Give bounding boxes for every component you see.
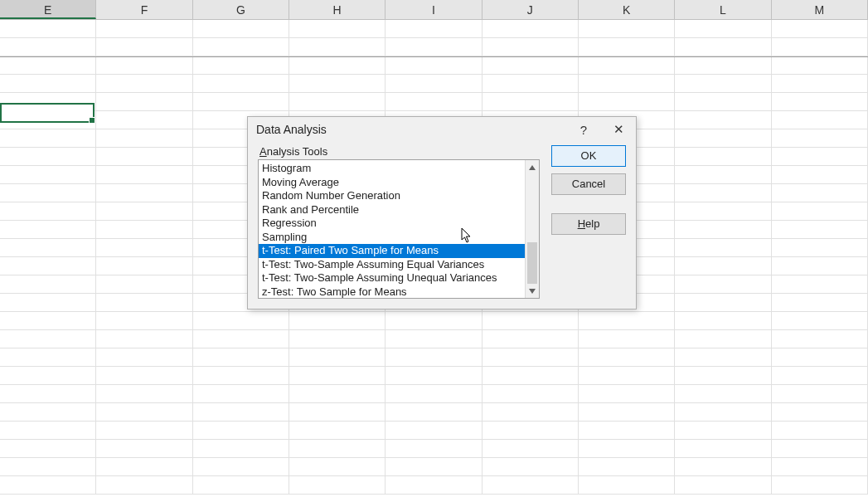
grid-cell[interactable] bbox=[96, 458, 192, 476]
grid-cell[interactable] bbox=[675, 75, 771, 93]
grid-cell[interactable] bbox=[96, 367, 192, 385]
grid-cell[interactable] bbox=[0, 403, 96, 422]
grid-cell[interactable] bbox=[482, 385, 579, 403]
list-item[interactable]: Moving Average bbox=[259, 176, 525, 190]
grid-cell[interactable] bbox=[0, 38, 96, 56]
analysis-tools-listbox[interactable]: HistogramMoving AverageRandom Number Gen… bbox=[258, 159, 540, 299]
grid-cell[interactable] bbox=[482, 38, 579, 56]
grid-cell[interactable] bbox=[96, 239, 192, 257]
grid-cell[interactable] bbox=[772, 129, 868, 148]
grid-cell[interactable] bbox=[0, 330, 96, 348]
grid-cell[interactable] bbox=[482, 458, 579, 476]
grid-cell[interactable] bbox=[96, 294, 192, 312]
grid-cell[interactable] bbox=[289, 330, 386, 348]
grid-cell[interactable] bbox=[579, 422, 675, 440]
grid-cell[interactable] bbox=[96, 257, 192, 275]
grid-cell[interactable] bbox=[579, 348, 675, 367]
grid-cell[interactable] bbox=[0, 129, 96, 148]
scroll-down-icon[interactable] bbox=[526, 284, 539, 298]
grid-cell[interactable] bbox=[386, 440, 482, 458]
column-header-F[interactable]: F bbox=[96, 0, 192, 19]
grid-cell[interactable] bbox=[96, 148, 192, 166]
grid-cell[interactable] bbox=[675, 257, 771, 275]
grid-cell[interactable] bbox=[579, 385, 675, 403]
grid-cell[interactable] bbox=[386, 312, 482, 330]
column-header-G[interactable]: G bbox=[193, 0, 289, 19]
grid-cell[interactable] bbox=[96, 221, 192, 239]
grid-cell[interactable] bbox=[96, 129, 192, 148]
column-header-I[interactable]: I bbox=[386, 0, 482, 19]
grid-cell[interactable] bbox=[289, 20, 386, 38]
grid-cell[interactable] bbox=[289, 367, 386, 385]
grid-cell[interactable] bbox=[193, 38, 289, 56]
grid-cell[interactable] bbox=[0, 93, 96, 111]
grid-cell[interactable] bbox=[289, 422, 386, 440]
grid-cell[interactable] bbox=[0, 294, 96, 312]
grid-cell[interactable] bbox=[772, 184, 868, 202]
grid-cell[interactable] bbox=[772, 20, 868, 38]
grid-cell[interactable] bbox=[289, 458, 386, 476]
grid-cell[interactable] bbox=[772, 422, 868, 440]
grid-cell[interactable] bbox=[193, 312, 289, 330]
grid-cell[interactable] bbox=[193, 385, 289, 403]
grid-cell[interactable] bbox=[772, 367, 868, 385]
grid-cell[interactable] bbox=[675, 385, 771, 403]
grid-cell[interactable] bbox=[482, 403, 579, 422]
grid-cell[interactable] bbox=[675, 422, 771, 440]
grid-cell[interactable] bbox=[0, 367, 96, 385]
listbox-scrollbar[interactable] bbox=[525, 160, 539, 298]
column-header-J[interactable]: J bbox=[482, 0, 579, 19]
grid-cell[interactable] bbox=[96, 75, 192, 93]
grid-cell[interactable] bbox=[386, 458, 482, 476]
list-item[interactable]: Sampling bbox=[259, 231, 525, 245]
grid-cell[interactable] bbox=[193, 75, 289, 93]
list-item[interactable]: t-Test: Paired Two Sample for Means bbox=[259, 244, 525, 258]
grid-cell[interactable] bbox=[96, 476, 192, 495]
grid-cell[interactable] bbox=[386, 476, 482, 495]
grid-cell[interactable] bbox=[675, 476, 771, 495]
grid-cell[interactable] bbox=[482, 93, 579, 111]
grid-cell[interactable] bbox=[289, 38, 386, 56]
grid-cell[interactable] bbox=[193, 348, 289, 367]
grid-cell[interactable] bbox=[0, 476, 96, 495]
grid-cell[interactable] bbox=[675, 202, 771, 221]
grid-cell[interactable] bbox=[386, 93, 482, 111]
grid-cell[interactable] bbox=[772, 239, 868, 257]
grid-cell[interactable] bbox=[482, 476, 579, 495]
grid-cell[interactable] bbox=[96, 184, 192, 202]
column-header-L[interactable]: L bbox=[675, 0, 771, 19]
grid-cell[interactable] bbox=[0, 56, 96, 75]
grid-cell[interactable] bbox=[289, 440, 386, 458]
grid-cell[interactable] bbox=[772, 257, 868, 275]
grid-cell[interactable] bbox=[96, 312, 192, 330]
grid-cell[interactable] bbox=[193, 56, 289, 75]
grid-cell[interactable] bbox=[0, 221, 96, 239]
grid-cell[interactable] bbox=[193, 422, 289, 440]
grid-cell[interactable] bbox=[675, 166, 771, 184]
grid-cell[interactable] bbox=[96, 440, 192, 458]
grid-cell[interactable] bbox=[772, 330, 868, 348]
grid-cell[interactable] bbox=[96, 20, 192, 38]
grid-cell[interactable] bbox=[0, 202, 96, 221]
list-item[interactable]: t-Test: Two-Sample Assuming Unequal Vari… bbox=[259, 271, 525, 285]
grid-cell[interactable] bbox=[0, 239, 96, 257]
grid-cell[interactable] bbox=[0, 275, 96, 294]
grid-cell[interactable] bbox=[675, 38, 771, 56]
grid-cell[interactable] bbox=[0, 348, 96, 367]
grid-cell[interactable] bbox=[675, 184, 771, 202]
grid-cell[interactable] bbox=[0, 111, 96, 129]
grid-cell[interactable] bbox=[96, 93, 192, 111]
grid-cell[interactable] bbox=[96, 275, 192, 294]
column-header-E[interactable]: E bbox=[0, 0, 96, 19]
help-button[interactable]: Help bbox=[551, 213, 626, 235]
list-item[interactable]: z-Test: Two Sample for Means bbox=[259, 285, 525, 299]
grid-cell[interactable] bbox=[772, 166, 868, 184]
grid-cell[interactable] bbox=[482, 56, 579, 75]
grid-cell[interactable] bbox=[675, 348, 771, 367]
grid-cell[interactable] bbox=[675, 111, 771, 129]
list-item[interactable]: Random Number Generation bbox=[259, 189, 525, 203]
grid-cell[interactable] bbox=[675, 239, 771, 257]
grid-cell[interactable] bbox=[289, 93, 386, 111]
grid-cell[interactable] bbox=[675, 221, 771, 239]
grid-cell[interactable] bbox=[289, 56, 386, 75]
